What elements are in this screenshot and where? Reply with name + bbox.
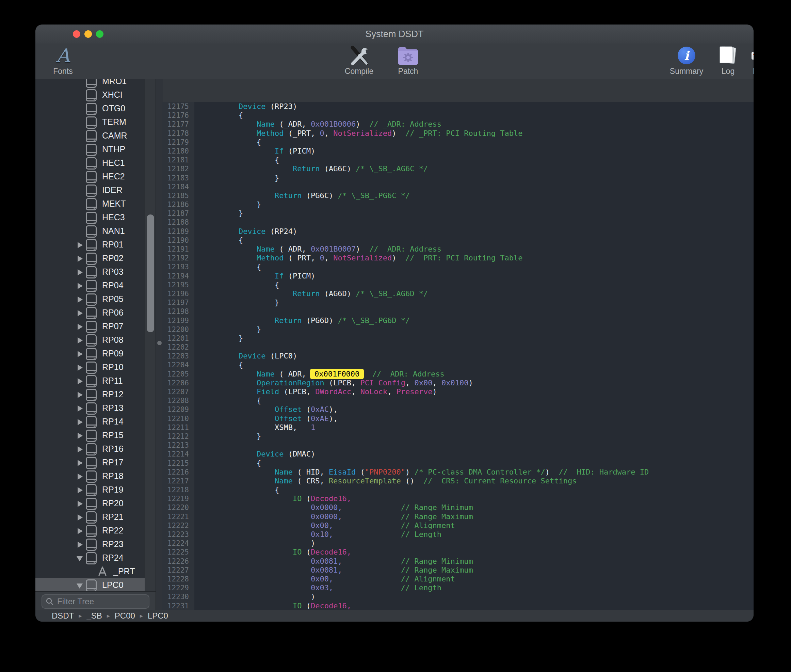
code-line[interactable]: 12224 )	[162, 539, 754, 548]
code-line[interactable]: 12222 0x00, // Alignment	[162, 521, 754, 530]
sidebar-item-rp23[interactable]: RP23	[35, 537, 145, 551]
sidebar-item-rp18[interactable]: RP18	[35, 469, 145, 483]
code-line[interactable]: 12214 Device (DMAC)	[162, 450, 754, 459]
code-line[interactable]: 12183 }	[162, 174, 754, 182]
chevron-right-icon[interactable]	[78, 460, 83, 466]
chevron-right-icon[interactable]	[78, 405, 83, 411]
code-line[interactable]: 12175 Device (RP23)	[162, 102, 754, 111]
code-line[interactable]: 12188	[162, 218, 754, 227]
code-editor[interactable]: 12175 Device (RP23)12176 {12177 Name (_A…	[162, 102, 754, 610]
code-line[interactable]: 12187 }	[162, 209, 754, 218]
divider-handle-dot[interactable]	[157, 341, 162, 345]
code-line[interactable]: 12205 Name (_ADR, 0x001F0000 // _ADR: Ad…	[162, 370, 754, 379]
compile-button[interactable]: Compile	[337, 43, 381, 79]
sidebar-item-rp20[interactable]: RP20	[35, 496, 145, 510]
sidebar-item-rp06[interactable]: RP06	[35, 306, 145, 319]
patch-button[interactable]: Patch	[389, 43, 427, 79]
code-line[interactable]: 12230 )	[162, 592, 754, 601]
chevron-right-icon[interactable]	[78, 433, 83, 439]
sidebar-item-rp24[interactable]: RP24	[35, 551, 145, 565]
breadcrumb-item[interactable]: DSDT	[52, 611, 74, 621]
chevron-down-icon[interactable]	[77, 584, 83, 589]
sidebar-item-rp21[interactable]: RP21	[35, 510, 145, 523]
code-line[interactable]: 12206 OperationRegion (LPCB, PCI_Config,…	[162, 379, 754, 387]
code-line[interactable]: 12196 Return (AG6D) /* \_SB_.AG6D */	[162, 290, 754, 298]
code-line[interactable]: 12228 0x00, // Alignment	[162, 574, 754, 584]
pane-divider[interactable]	[155, 79, 163, 610]
sidebar-item-_prt[interactable]: _PRT	[35, 565, 145, 578]
sidebar-item-rp13[interactable]: RP13	[35, 401, 145, 414]
code-line[interactable]: 12208 {	[162, 396, 754, 405]
sidebar-item-rp22[interactable]: RP22	[35, 523, 145, 537]
sidebar-item-nthp[interactable]: NTHP	[35, 142, 145, 156]
code-line[interactable]: 12202	[162, 343, 754, 352]
code-line[interactable]: 12203 Device (LPC0)	[162, 352, 754, 360]
sidebar-item-rp02[interactable]: RP02	[35, 251, 145, 265]
sidebar-item-rp12[interactable]: RP12	[35, 387, 145, 401]
sidebar-item-rp10[interactable]: RP10	[35, 360, 145, 374]
code-line[interactable]: 12185 Return (PG6C) /* \_SB_.PG6C */	[162, 191, 754, 200]
sidebar-scrollbar-thumb[interactable]	[147, 214, 154, 332]
sidebar-item-rp14[interactable]: RP14	[35, 414, 145, 428]
code-line[interactable]: 12207 Field (LPCB, DWordAcc, NoLock, Pre…	[162, 387, 754, 396]
sidebar-item-hec1[interactable]: HEC1	[35, 156, 145, 170]
filter-tree-input[interactable]: Filter Tree	[42, 594, 149, 609]
code-line[interactable]: 12227 0x0081, // Range Maximum	[162, 566, 754, 574]
breadcrumb-item[interactable]: PC00	[115, 611, 135, 621]
code-line[interactable]: 12184	[162, 182, 754, 191]
chevron-right-icon[interactable]	[78, 296, 83, 302]
code-line[interactable]: 12201 }	[162, 334, 754, 343]
chevron-right-icon[interactable]	[78, 446, 83, 453]
chevron-right-icon[interactable]	[78, 365, 83, 371]
code-line[interactable]: 12229 0x03, // Length	[162, 584, 754, 592]
code-line[interactable]: 12190 {	[162, 236, 754, 245]
sidebar-item-rp05[interactable]: RP05	[35, 292, 145, 306]
sidebar-item-rp03[interactable]: RP03	[35, 265, 145, 278]
code-line[interactable]: 12226 0x0081, // Range Minimum	[162, 557, 754, 566]
breadcrumb-item[interactable]: LPC0	[148, 611, 168, 621]
sidebar-item-mro1[interactable]: MRO1	[35, 79, 145, 88]
code-line[interactable]: 12210 Offset (0xAE),	[162, 414, 754, 423]
code-line[interactable]: 12176 {	[162, 111, 754, 120]
code-line[interactable]: 12180 If (PICM)	[162, 147, 754, 155]
chevron-right-icon[interactable]	[78, 338, 83, 344]
chevron-right-icon[interactable]	[78, 514, 83, 520]
breadcrumb-item[interactable]: _SB	[86, 611, 102, 621]
chevron-right-icon[interactable]	[78, 501, 83, 507]
sidebar-item-rp07[interactable]: RP07	[35, 319, 145, 333]
code-line[interactable]: 12194 If (PICM)	[162, 272, 754, 280]
chevron-right-icon[interactable]	[78, 324, 83, 330]
code-line[interactable]: 12195 {	[162, 280, 754, 290]
code-line[interactable]: 12212 }	[162, 432, 754, 441]
log-button[interactable]: Log	[716, 43, 740, 79]
code-line[interactable]: 12192 Method (_PRT, 0, NotSerialized) //…	[162, 254, 754, 262]
chevron-right-icon[interactable]	[78, 528, 83, 534]
code-line[interactable]: 12231 IO (Decode16,	[162, 602, 754, 610]
chevron-right-icon[interactable]	[78, 487, 83, 493]
sidebar-item-rp19[interactable]: RP19	[35, 483, 145, 496]
chevron-right-icon[interactable]	[78, 283, 83, 289]
code-line[interactable]: 12178 Method (_PRT, 0, NotSerialized) //…	[162, 129, 754, 138]
title-bar[interactable]: System DSDT	[35, 24, 754, 44]
code-line[interactable]: 12197 }	[162, 298, 754, 307]
sidebar-item-term[interactable]: TERM	[35, 115, 145, 129]
code-line[interactable]: 12216 Name (_HID, EisaId ("PNP0200") /* …	[162, 468, 754, 477]
chevron-right-icon[interactable]	[78, 378, 83, 384]
code-line[interactable]: 12209 Offset (0xAC),	[162, 405, 754, 414]
sidebar-item-mekt[interactable]: MEKT	[35, 197, 145, 210]
sidebar-item-rp09[interactable]: RP09	[35, 347, 145, 360]
sidebar-scrollbar-track[interactable]	[145, 79, 156, 592]
sidebar-item-nan1[interactable]: NAN1	[35, 224, 145, 238]
sidebar-item-lpc0[interactable]: LPC0	[35, 578, 145, 592]
code-line[interactable]: 12211 XSMB, 1	[162, 423, 754, 432]
summary-button[interactable]: i Summary	[665, 43, 709, 79]
code-line[interactable]: 12177 Name (_ADR, 0x001B0006) // _ADR: A…	[162, 120, 754, 129]
sidebar-item-rp16[interactable]: RP16	[35, 442, 145, 456]
code-line[interactable]: 12217 Name (_CRS, ResourceTemplate () //…	[162, 477, 754, 485]
sidebar-item-rp17[interactable]: RP17	[35, 456, 145, 469]
sidebar-item-rp11[interactable]: RP11	[35, 374, 145, 387]
code-line[interactable]: 12204 {	[162, 360, 754, 370]
sidebar-item-camr[interactable]: CAMR	[35, 129, 145, 142]
fonts-button[interactable]: A Fonts	[44, 43, 81, 79]
sidebar-item-hec3[interactable]: HEC3	[35, 210, 145, 224]
